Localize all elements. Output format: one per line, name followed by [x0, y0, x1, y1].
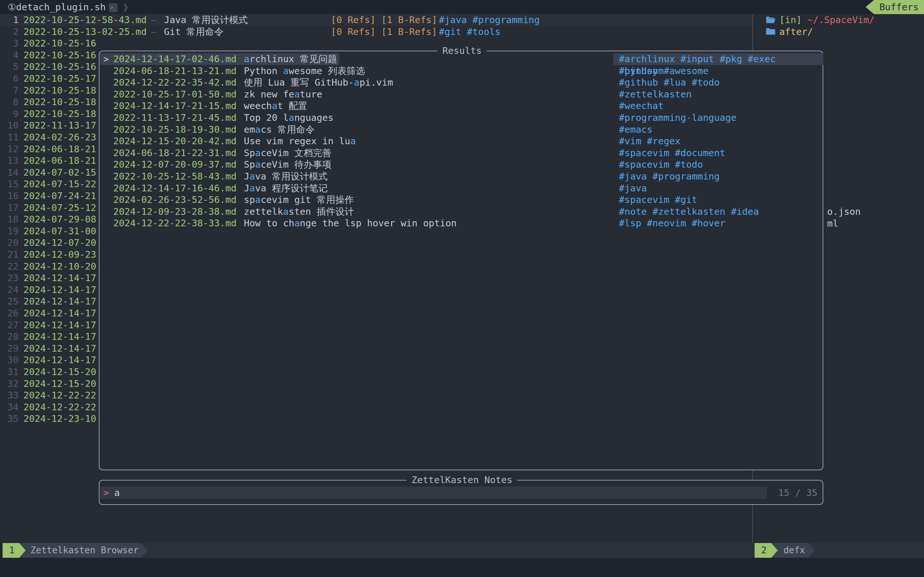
- result-tags: #note #zettelkasten #idea: [619, 206, 759, 218]
- result-tags: #vim #regex: [619, 135, 680, 147]
- line-number: 23: [0, 272, 19, 284]
- fuzzy-match-char: a: [354, 77, 359, 88]
- fuzzy-match-char: a: [255, 147, 260, 158]
- result-row[interactable]: 2024-12-22-22-38-33.mdHow to change the …: [100, 218, 823, 229]
- result-title: SpaceVim 待办事项: [244, 159, 331, 171]
- note-filename: 2022-10-25-12-58-43.md: [23, 14, 147, 26]
- defx-root-path: ~/.SpaceVim/: [807, 15, 875, 25]
- results-float-window: >2024-12-14-17-02-46.mdarchlinux 常见问题#ar…: [99, 51, 823, 470]
- note-filename: 2024-06-18-21: [23, 143, 96, 155]
- result-filename: 2024-12-14-17-16-46.md: [113, 182, 236, 194]
- result-row[interactable]: 2024-06-18-21-22-31.mdSpaceVim 文档完善#spac…: [100, 147, 823, 159]
- note-filename: 2024-12-14-17: [23, 343, 96, 355]
- result-row[interactable]: 2024-06-18-21-13-21.mdPython awesome 列表筛…: [100, 65, 823, 77]
- result-tags: #github #lua #todo: [619, 77, 720, 89]
- result-row[interactable]: 2022-11-13-17-21-45.mdTop 20 languages#p…: [100, 112, 823, 124]
- note-filename: 2022-10-25-16: [23, 49, 96, 61]
- note-tags: #java #programming: [439, 14, 540, 26]
- result-filename: 2022-10-25-18-19-30.md: [113, 124, 236, 135]
- results-window-title: Results: [437, 45, 487, 56]
- note-filename: 2024-06-18-21: [23, 155, 96, 167]
- note-filename: 2022-10-25-18: [23, 96, 96, 108]
- note-filename: 2024-12-15-20: [23, 378, 96, 390]
- note-list-line[interactable]: 32022-10-25-16: [0, 37, 752, 49]
- fuzzy-match-char: a: [283, 206, 288, 217]
- fuzzy-match-char: a: [244, 53, 249, 64]
- result-row[interactable]: 2024-02-26-23-52-56.mdspacevim git 常用操作#…: [100, 194, 823, 206]
- note-filename: 2024-12-14-17: [23, 272, 96, 284]
- note-filename: 2024-12-14-17: [23, 319, 96, 331]
- folder-icon: [766, 27, 775, 35]
- note-title: Java 常用设计模式: [164, 14, 248, 26]
- note-filename: 2024-12-14-17: [23, 331, 96, 343]
- note-list-line[interactable]: 12022-10-25-12-58-43.md–Java 常用设计模式[0 Re…: [0, 14, 752, 26]
- result-tags: #zettelkasten: [619, 89, 692, 100]
- result-tags: #lsp #neovim #hover: [619, 218, 725, 229]
- line-number: 1: [0, 14, 19, 26]
- line-number: 24: [0, 284, 19, 296]
- line-number: 34: [0, 401, 19, 413]
- result-title: Top 20 languages: [244, 112, 333, 124]
- result-tags: #spacevim #git: [619, 194, 697, 206]
- window-separator[interactable]: [752, 505, 753, 543]
- result-row[interactable]: 2024-12-14-17-16-46.mdJava 程序设计笔记#java: [100, 182, 823, 194]
- chevron-right-icon: ❯: [123, 0, 129, 14]
- result-row[interactable]: 2022-10-25-17-01-50.mdzk new feature#zet…: [100, 89, 823, 100]
- tab-active-buffer[interactable]: ①detach_plugin.sh>_: [8, 0, 118, 14]
- dash-separator: –: [151, 26, 157, 38]
- result-title: emacs 常用命令: [244, 124, 315, 135]
- statusline-right-mode-segment: defx: [771, 543, 815, 558]
- note-title: Git 常用命令: [164, 26, 224, 38]
- fuzzy-match-char: a: [294, 218, 300, 229]
- line-number: 7: [0, 85, 19, 97]
- result-filename: 2022-11-13-17-21-45.md: [113, 112, 236, 124]
- window-separator[interactable]: [752, 470, 753, 480]
- result-row[interactable]: 2022-10-25-18-19-30.mdemacs 常用命令#emacs: [100, 124, 823, 135]
- result-title: spacevim git 常用操作: [244, 194, 354, 206]
- prompt-input-row[interactable]: [100, 487, 767, 499]
- result-row[interactable]: 2024-12-14-17-21-15.mdweechat 配置#weechat: [100, 100, 823, 112]
- result-row[interactable]: 2024-12-09-23-28-38.mdzettelkasten 插件设计#…: [100, 206, 823, 218]
- result-title: SpaceVim 文档完善: [244, 147, 331, 159]
- note-filename: 2024-12-10-20: [23, 261, 96, 272]
- defx-occluded-file-fragment: o.json: [827, 206, 861, 218]
- search-input[interactable]: a: [114, 487, 120, 499]
- tab-title: detach_plugin.sh: [16, 2, 105, 13]
- result-tags: #spacevim #todo: [619, 159, 703, 171]
- fuzzy-match-char: a: [249, 183, 255, 193]
- result-filename: 2024-06-18-21-22-31.md: [113, 147, 236, 159]
- note-filename: 2024-12-14-17: [23, 308, 96, 319]
- result-filename: 2022-10-25-17-01-50.md: [113, 89, 236, 100]
- result-title: archlinux 常见问题: [244, 53, 337, 65]
- note-filename: 2022-11-13-17: [23, 119, 96, 131]
- line-number: 21: [0, 249, 19, 261]
- line-number: 8: [0, 96, 19, 108]
- defx-ref-badge: [in]: [779, 15, 807, 25]
- note-filename: 2024-12-07-20: [23, 237, 96, 249]
- note-list-line[interactable]: 22022-10-25-13-02-25.md–Git 常用命令[0 Refs]…: [0, 26, 752, 38]
- result-title: Python awesome 列表筛选: [244, 65, 365, 77]
- note-filename: 2024-12-15-20: [23, 366, 96, 378]
- line-number: 10: [0, 119, 19, 131]
- note-filename: 2024-12-14-17: [23, 354, 96, 366]
- line-number: 5: [0, 61, 19, 73]
- result-filename: 2024-12-15-20-20-42.md: [113, 135, 236, 147]
- line-number: 35: [0, 413, 19, 425]
- defx-row-spacevim[interactable]: [in] ~/.SpaceVim/: [753, 14, 875, 26]
- result-row[interactable]: 2024-12-07-20-09-37.mdSpaceVim 待办事项#spac…: [100, 159, 823, 171]
- result-row[interactable]: 2024-12-15-20-20-42.mdUse vim regex in l…: [100, 135, 823, 147]
- fuzzy-match-char: a: [255, 159, 260, 170]
- line-number: 25: [0, 295, 19, 308]
- line-number: 22: [0, 261, 19, 272]
- result-row[interactable]: 2022-10-25-12-58-43.mdJava 常用设计模式#java #…: [100, 171, 823, 182]
- result-row[interactable]: 2024-12-22-22-35-42.md使用 Lua 重写 GitHub-a…: [100, 77, 823, 89]
- defx-row-after[interactable]: after/: [753, 26, 813, 38]
- line-number: 12: [0, 143, 19, 155]
- fuzzy-match-char: a: [272, 100, 277, 111]
- line-number: 2: [0, 26, 19, 38]
- note-filename: 2024-12-22-22: [23, 390, 96, 401]
- result-filename: 2024-06-18-21-13-21.md: [113, 65, 236, 77]
- result-tags: #weechat: [619, 100, 664, 112]
- result-title: weechat 配置: [244, 100, 307, 112]
- note-filename: 2022-10-25-18: [23, 108, 96, 120]
